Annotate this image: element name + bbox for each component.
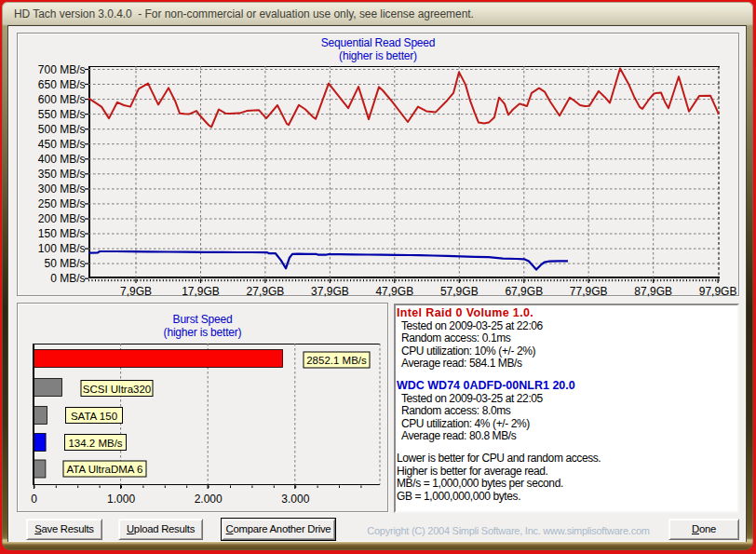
svg-text:700 MB/s: 700 MB/s <box>38 63 86 76</box>
svg-text:500 MB/s: 500 MB/s <box>38 123 86 136</box>
svg-text:450 MB/s: 450 MB/s <box>38 138 86 151</box>
svg-text:200 MB/s: 200 MB/s <box>38 212 86 225</box>
svg-text:SCSI Ultra320: SCSI Ultra320 <box>83 384 152 395</box>
svg-text:27,9GB: 27,9GB <box>247 285 285 298</box>
svg-text:77,9GB: 77,9GB <box>570 285 608 298</box>
svg-text:ATA UltraDMA 6: ATA UltraDMA 6 <box>66 464 142 475</box>
svg-text:0: 0 <box>31 493 37 506</box>
svg-text:2.000: 2.000 <box>195 493 223 506</box>
svg-text:57,9GB: 57,9GB <box>440 285 479 298</box>
svg-text:7,9GB: 7,9GB <box>120 285 152 298</box>
svg-text:37,9GB: 37,9GB <box>311 285 349 298</box>
svg-text:250 MB/s: 250 MB/s <box>38 197 86 210</box>
svg-text:47,9GB: 47,9GB <box>375 285 413 298</box>
svg-text:2852.1 MB/s: 2852.1 MB/s <box>306 355 367 366</box>
svg-text:3.000: 3.000 <box>281 493 309 506</box>
svg-text:0 MB/s: 0 MB/s <box>50 272 85 285</box>
svg-text:50 MB/s: 50 MB/s <box>44 257 85 270</box>
svg-text:600 MB/s: 600 MB/s <box>38 93 86 106</box>
svg-text:134.2 MB/s: 134.2 MB/s <box>68 438 122 449</box>
svg-text:67,9GB: 67,9GB <box>505 285 543 298</box>
svg-text:100 MB/s: 100 MB/s <box>38 242 86 255</box>
svg-text:300 MB/s: 300 MB/s <box>38 182 86 196</box>
svg-text:SATA 150: SATA 150 <box>71 411 117 422</box>
svg-text:550 MB/s: 550 MB/s <box>38 108 86 121</box>
svg-text:97,9GB: 97,9GB <box>699 285 737 298</box>
svg-text:350 MB/s: 350 MB/s <box>38 168 86 181</box>
svg-text:1.000: 1.000 <box>107 493 135 506</box>
svg-text:650 MB/s: 650 MB/s <box>38 78 86 91</box>
svg-text:17,9GB: 17,9GB <box>182 285 220 298</box>
svg-text:400 MB/s: 400 MB/s <box>38 153 86 166</box>
svg-text:150 MB/s: 150 MB/s <box>38 227 86 240</box>
svg-text:87,9GB: 87,9GB <box>634 285 672 298</box>
